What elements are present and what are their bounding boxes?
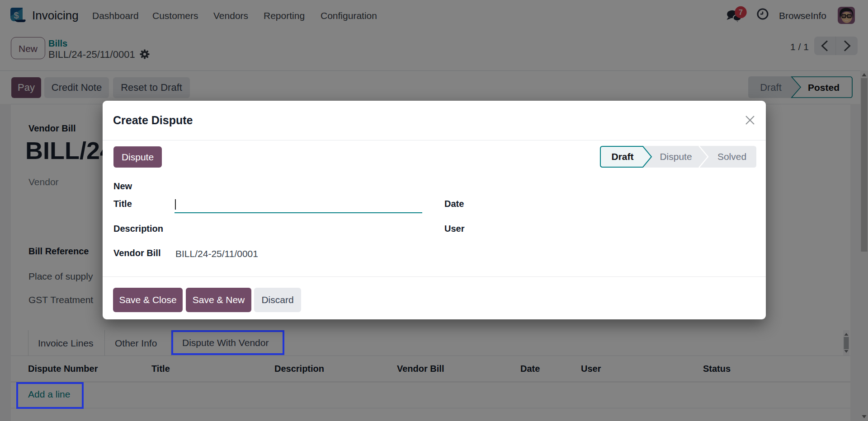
svg-text:Solved: Solved bbox=[717, 151, 746, 162]
svg-text:Dispute: Dispute bbox=[660, 151, 692, 162]
svg-text:Draft: Draft bbox=[611, 151, 633, 162]
